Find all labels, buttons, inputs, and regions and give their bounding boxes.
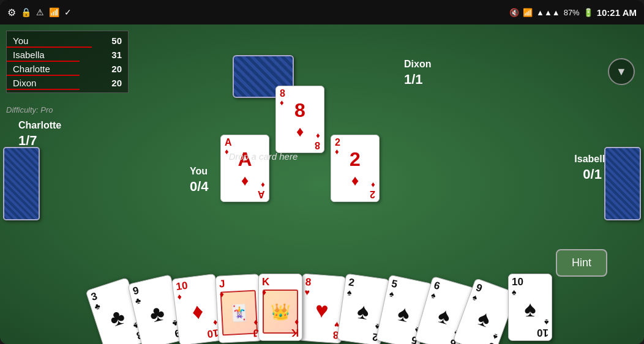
eight-suit-top: ♦ — [280, 99, 284, 107]
game-area: You 50 Isabella 31 Charlotte 20 Dixon 20… — [0, 24, 644, 344]
left-deck — [3, 147, 40, 220]
ace-value-bot: A — [258, 189, 265, 199]
king-face-icon: 👑 — [271, 302, 290, 321]
hc-kd-suit-top: ♦ — [262, 288, 266, 296]
hc-8h-val-top: 8 — [305, 277, 312, 288]
hc-5s-val-top: 5 — [391, 279, 399, 290]
score-row-charlotte: Charlotte 20 — [7, 62, 128, 76]
hc-6s-suit-top: ♠ — [430, 291, 437, 301]
hc-jd-suit-bot: ♦ — [253, 318, 258, 327]
signal-off-icon: 📶 — [49, 7, 59, 17]
hc-10s-center: ♠ — [524, 296, 536, 322]
hc-jd-suit-top: ♦ — [219, 290, 224, 298]
table-cards-area: A ♦ A ♦ A ♦ 8 ♦ 8 ♦ 8 ♦ 2 ♦ 2 ♦ — [202, 80, 398, 202]
eight-suit-bot: ♦ — [316, 132, 320, 140]
drop-zone-text: Drop a card here — [229, 151, 298, 162]
score-row-isabella: Isabella 31 — [7, 48, 128, 62]
chevron-down-icon: ▼ — [616, 65, 627, 78]
wifi-icon: 📶 — [523, 8, 533, 17]
lock-icon: 🔒 — [21, 7, 31, 17]
hc-jd-val-top: J — [219, 279, 225, 289]
hand-card-10-spades[interactable]: 10 ♠ ♠ 10 ♠ — [508, 274, 552, 341]
table-card-2-diamonds[interactable]: 2 ♦ 2 ♦ 2 ♦ — [331, 135, 380, 202]
two-value-bot: 2 — [370, 189, 375, 199]
score-row-dixon: Dixon 20 — [7, 76, 128, 90]
two-center-suit: ♦ — [351, 172, 359, 189]
hc-10d-val-top: 10 — [176, 280, 189, 292]
charlotte-name: Charlotte — [18, 119, 61, 132]
status-left-icons: ⚙ 🔒 ⚠ 📶 ✓ — [7, 7, 72, 18]
time-display: 10:21 AM — [597, 7, 637, 18]
hc-9s-center: ♠ — [474, 304, 494, 332]
player-dixon: Dixon 1/1 — [404, 58, 431, 88]
dixon-score: 1/1 — [404, 71, 431, 89]
hc-9s-suit-top: ♠ — [471, 293, 479, 302]
status-bar: ⚙ 🔒 ⚠ 📶 ✓ 🔇 📶 ▲▲▲ 87% 🔋 10:21 AM — [0, 0, 644, 24]
score-value-you: 50 — [100, 36, 122, 46]
hc-8h-center: ♥ — [315, 297, 329, 323]
score-name-dixon: Dixon — [13, 78, 100, 88]
battery-icon: 🔋 — [583, 8, 593, 17]
score-value-dixon: 20 — [100, 78, 122, 88]
hc-5s-center: ♠ — [395, 300, 412, 327]
score-panel: You 50 Isabella 31 Charlotte 20 Dixon 20 — [6, 31, 129, 93]
hc-10s-val-bot: 10 — [537, 327, 549, 338]
hc-9c-center: ♣ — [147, 299, 167, 327]
battery-percent: 87% — [564, 8, 580, 17]
status-right-icons: 🔇 📶 ▲▲▲ 87% 🔋 10:21 AM — [509, 7, 637, 18]
two-center-value: 2 — [350, 148, 361, 171]
two-suit-top: ♦ — [335, 148, 339, 155]
score-value-charlotte: 20 — [100, 64, 122, 74]
eight-center-suit: ♦ — [296, 123, 304, 140]
hc-kd-val-top: K — [262, 277, 269, 287]
dropdown-button[interactable]: ▼ — [608, 58, 635, 85]
hc-9s-suit-bot: ♠ — [491, 332, 498, 342]
eight-value-top: 8 — [280, 89, 285, 99]
jack-face-icon: 🃏 — [229, 303, 250, 323]
ace-center-suit: ♦ — [241, 172, 249, 189]
two-suit-bot: ♦ — [371, 181, 375, 189]
eight-center-value: 8 — [294, 99, 305, 122]
score-name-isabella: Isabella — [13, 50, 100, 60]
check-icon: ✓ — [64, 7, 72, 17]
hc-6s-center: ♠ — [435, 302, 454, 330]
hc-10d-suit-top: ♦ — [177, 292, 182, 301]
hc-10s-val-top: 10 — [512, 277, 523, 287]
sound-off-icon: 🔇 — [509, 8, 519, 17]
hc-kd-suit-bot: ♦ — [294, 318, 299, 327]
score-row-you: You 50 — [7, 34, 128, 48]
hc-9c-suit-top: ♣ — [134, 296, 141, 305]
right-deck — [604, 147, 641, 220]
player-charlotte: Charlotte 1/7 — [18, 119, 61, 149]
hc-kd-val-bot: K — [291, 327, 299, 338]
hc-10d-center: ♦ — [190, 297, 204, 324]
hc-2s-val-top: 2 — [348, 277, 355, 288]
hc-8h-suit-top: ♥ — [304, 288, 310, 297]
difficulty-label: Difficulty: Pro — [6, 105, 53, 114]
hc-10s-suit-top: ♠ — [512, 288, 516, 296]
hc-2s-suit-top: ♠ — [346, 288, 352, 297]
score-name-charlotte: Charlotte — [13, 64, 100, 74]
ace-suit-bot: ♦ — [261, 181, 265, 189]
hand-card-K-diamonds[interactable]: K ♦ 👑 K ♦ — [258, 274, 302, 341]
score-name-you: You — [13, 36, 100, 46]
hc-3c-center: ♣ — [107, 303, 128, 332]
hc-5s-suit-top: ♠ — [389, 289, 395, 298]
two-value-top: 2 — [335, 138, 340, 148]
hand-card-J-diamonds[interactable]: J ♦ 🃏 J ♦ — [215, 274, 263, 343]
hc-10s-suit-bot: ♠ — [544, 318, 549, 327]
hand-area: 3 ♣ ♣ 3 ♣ 9 ♣ ♣ 9 ♣ 10 ♦ ♦ 10 ♦ — [0, 264, 644, 344]
signal-icon: ▲▲▲ — [536, 8, 560, 17]
usb-icon: ⚙ — [7, 7, 16, 18]
score-value-isabella: 31 — [100, 50, 122, 60]
hc-3c-suit-top: ♣ — [93, 301, 101, 311]
table-card-8-diamonds[interactable]: 8 ♦ 8 ♦ 8 ♦ — [275, 86, 324, 153]
drop-zone[interactable]: Drop a card here — [202, 144, 324, 168]
phone-frame: ⚙ 🔒 ⚠ 📶 ✓ 🔇 📶 ▲▲▲ 87% 🔋 10:21 AM You 50 … — [0, 0, 644, 344]
hc-2s-center: ♠ — [356, 297, 371, 324]
warning-icon: ⚠ — [36, 7, 44, 17]
dixon-name: Dixon — [404, 58, 431, 71]
